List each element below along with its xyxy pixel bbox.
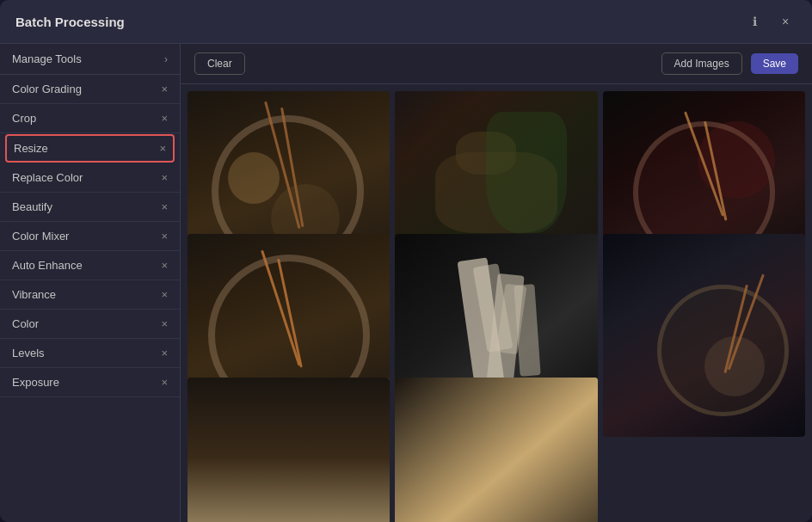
tool-label: Color Grading: [12, 83, 82, 95]
image-thumbnail[interactable]: [188, 378, 390, 522]
sidebar-item-beautify[interactable]: Beautify ×: [0, 193, 180, 222]
remove-tool-icon[interactable]: ×: [161, 376, 168, 389]
tool-label: Resize: [14, 142, 48, 155]
manage-tools-item[interactable]: Manage Tools ›: [0, 44, 180, 75]
sidebar-item-levels[interactable]: Levels ×: [0, 339, 180, 368]
remove-tool-icon[interactable]: ×: [161, 200, 168, 213]
manage-tools-label: Manage Tools: [12, 52, 82, 65]
batch-processing-dialog: Batch Processing ℹ × Manage Tools › Colo…: [0, 0, 812, 522]
save-button[interactable]: Save: [751, 53, 798, 74]
remove-tool-icon[interactable]: ×: [161, 259, 168, 272]
sidebar-item-vibrance[interactable]: Vibrance ×: [0, 280, 180, 310]
tool-label: Replace Color: [12, 171, 83, 184]
sidebar-item-color-grading[interactable]: Color Grading ×: [0, 75, 180, 104]
remove-tool-icon[interactable]: ×: [159, 142, 166, 155]
sidebar-item-color-mixer[interactable]: Color Mixer ×: [0, 222, 180, 251]
add-images-button[interactable]: Add Images: [661, 52, 742, 75]
main-content: Clear Add Images Save: [181, 44, 812, 522]
tool-label: Color Mixer: [12, 230, 69, 243]
remove-tool-icon[interactable]: ×: [161, 171, 168, 184]
dialog-title: Batch Processing: [15, 15, 125, 29]
sidebar-item-resize[interactable]: Resize ×: [5, 134, 175, 163]
tool-label: Levels: [12, 347, 45, 359]
sidebar-item-color[interactable]: Color ×: [0, 310, 180, 339]
remove-tool-icon[interactable]: ×: [161, 347, 168, 359]
tool-label: Auto Enhance: [12, 259, 83, 272]
close-button[interactable]: ×: [774, 10, 797, 33]
sidebar-item-replace-color[interactable]: Replace Color ×: [0, 163, 180, 193]
dialog-header: Batch Processing ℹ ×: [0, 0, 812, 44]
remove-tool-icon[interactable]: ×: [161, 112, 168, 125]
sidebar-item-auto-enhance[interactable]: Auto Enhance ×: [0, 251, 180, 280]
sidebar-item-crop[interactable]: Crop ×: [0, 104, 180, 133]
tool-label: Exposure: [12, 376, 59, 389]
sidebar-item-exposure[interactable]: Exposure ×: [0, 368, 180, 397]
image-grid: [181, 84, 812, 522]
image-thumbnail[interactable]: [603, 234, 805, 436]
header-actions: ℹ ×: [743, 10, 797, 33]
remove-tool-icon[interactable]: ×: [161, 230, 168, 243]
chevron-right-icon: ›: [164, 53, 168, 65]
sidebar: Manage Tools › Color Grading × Crop × Re…: [0, 44, 181, 522]
remove-tool-icon[interactable]: ×: [161, 317, 168, 330]
remove-tool-icon[interactable]: ×: [161, 288, 168, 301]
clear-button[interactable]: Clear: [194, 52, 245, 75]
info-button[interactable]: ℹ: [743, 10, 766, 33]
tool-label: Beautify: [12, 200, 52, 213]
remove-tool-icon[interactable]: ×: [161, 83, 168, 95]
tool-label: Crop: [12, 112, 36, 125]
image-toolbar: Clear Add Images Save: [181, 44, 812, 84]
image-thumbnail[interactable]: [395, 378, 597, 522]
dialog-body: Manage Tools › Color Grading × Crop × Re…: [0, 44, 812, 522]
tool-label: Color: [12, 317, 39, 330]
tool-label: Vibrance: [12, 288, 56, 301]
